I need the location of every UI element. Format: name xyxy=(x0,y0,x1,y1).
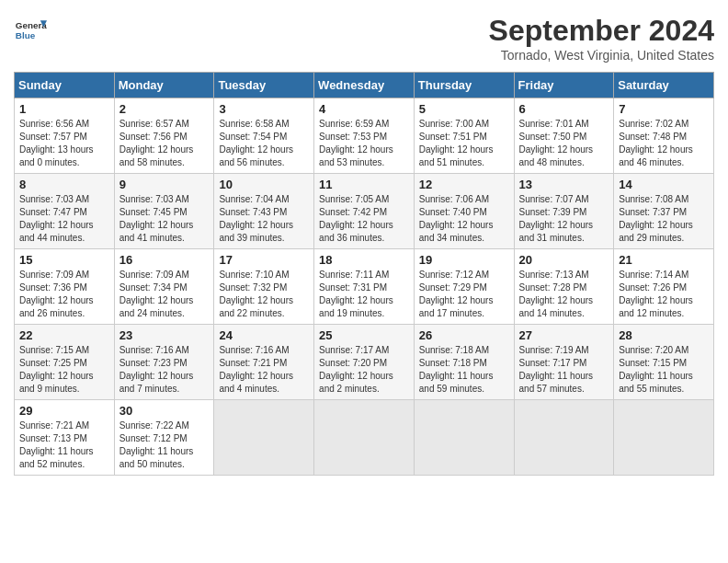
calendar-cell: 27Sunrise: 7:19 AM Sunset: 7:17 PM Dayli… xyxy=(514,325,614,400)
day-info: Sunrise: 7:13 AM Sunset: 7:28 PM Dayligh… xyxy=(519,269,609,320)
day-info: Sunrise: 7:09 AM Sunset: 7:36 PM Dayligh… xyxy=(19,269,109,320)
calendar-table: SundayMondayTuesdayWednesdayThursdayFrid… xyxy=(14,72,714,476)
day-info: Sunrise: 7:03 AM Sunset: 7:45 PM Dayligh… xyxy=(119,193,210,245)
calendar-cell: 1Sunrise: 6:56 AM Sunset: 7:57 PM Daylig… xyxy=(15,98,115,174)
day-number: 9 xyxy=(119,178,210,191)
weekday-header: Saturday xyxy=(614,73,714,98)
day-number: 5 xyxy=(419,102,509,116)
day-info: Sunrise: 7:17 AM Sunset: 7:20 PM Dayligh… xyxy=(319,344,409,396)
day-info: Sunrise: 7:09 AM Sunset: 7:34 PM Dayligh… xyxy=(119,269,210,320)
calendar-cell: 17Sunrise: 7:10 AM Sunset: 7:32 PM Dayli… xyxy=(214,249,314,325)
weekday-header: Tuesday xyxy=(214,73,314,98)
day-number: 30 xyxy=(119,404,210,418)
day-info: Sunrise: 7:00 AM Sunset: 7:51 PM Dayligh… xyxy=(419,118,509,169)
day-info: Sunrise: 7:07 AM Sunset: 7:39 PM Dayligh… xyxy=(519,193,609,245)
calendar-cell xyxy=(614,400,714,476)
location: Tornado, West Virginia, United States xyxy=(489,48,714,63)
day-info: Sunrise: 7:19 AM Sunset: 7:17 PM Dayligh… xyxy=(519,344,609,396)
calendar-cell: 5Sunrise: 7:00 AM Sunset: 7:51 PM Daylig… xyxy=(414,98,514,174)
calendar-cell: 23Sunrise: 7:16 AM Sunset: 7:23 PM Dayli… xyxy=(114,325,214,400)
calendar-week-row: 1Sunrise: 6:56 AM Sunset: 7:57 PM Daylig… xyxy=(15,98,714,174)
calendar-week-row: 29Sunrise: 7:21 AM Sunset: 7:13 PM Dayli… xyxy=(15,400,714,476)
day-number: 13 xyxy=(519,178,609,191)
calendar-cell: 26Sunrise: 7:18 AM Sunset: 7:18 PM Dayli… xyxy=(414,325,514,400)
day-number: 19 xyxy=(419,253,509,267)
calendar-week-row: 22Sunrise: 7:15 AM Sunset: 7:25 PM Dayli… xyxy=(15,325,714,400)
calendar-cell: 30Sunrise: 7:22 AM Sunset: 7:12 PM Dayli… xyxy=(114,400,214,476)
calendar-cell xyxy=(414,400,514,476)
month-title: September 2024 xyxy=(489,14,714,48)
calendar-cell: 14Sunrise: 7:08 AM Sunset: 7:37 PM Dayli… xyxy=(614,174,714,249)
calendar-cell: 8Sunrise: 7:03 AM Sunset: 7:47 PM Daylig… xyxy=(15,174,115,249)
calendar-cell: 29Sunrise: 7:21 AM Sunset: 7:13 PM Dayli… xyxy=(15,400,115,476)
day-info: Sunrise: 6:57 AM Sunset: 7:56 PM Dayligh… xyxy=(119,118,210,169)
day-number: 6 xyxy=(519,102,609,116)
calendar-cell: 21Sunrise: 7:14 AM Sunset: 7:26 PM Dayli… xyxy=(614,249,714,325)
weekday-header: Monday xyxy=(114,73,214,98)
weekday-header: Wednesday xyxy=(314,73,415,98)
day-info: Sunrise: 7:14 AM Sunset: 7:26 PM Dayligh… xyxy=(619,269,709,320)
calendar-cell: 19Sunrise: 7:12 AM Sunset: 7:29 PM Dayli… xyxy=(414,249,514,325)
calendar-cell: 9Sunrise: 7:03 AM Sunset: 7:45 PM Daylig… xyxy=(114,174,214,249)
day-info: Sunrise: 7:01 AM Sunset: 7:50 PM Dayligh… xyxy=(519,118,609,169)
svg-text:Blue: Blue xyxy=(16,30,36,40)
day-number: 29 xyxy=(19,404,109,418)
calendar-cell: 28Sunrise: 7:20 AM Sunset: 7:15 PM Dayli… xyxy=(614,325,714,400)
day-info: Sunrise: 7:12 AM Sunset: 7:29 PM Dayligh… xyxy=(419,269,509,320)
day-info: Sunrise: 7:18 AM Sunset: 7:18 PM Dayligh… xyxy=(419,344,509,396)
day-number: 28 xyxy=(619,328,709,342)
day-info: Sunrise: 6:58 AM Sunset: 7:54 PM Dayligh… xyxy=(219,118,309,169)
calendar-header-row: SundayMondayTuesdayWednesdayThursdayFrid… xyxy=(15,73,714,98)
day-number: 27 xyxy=(519,328,609,342)
day-number: 26 xyxy=(419,328,509,342)
day-info: Sunrise: 7:22 AM Sunset: 7:12 PM Dayligh… xyxy=(119,419,210,471)
day-number: 20 xyxy=(519,253,609,267)
calendar-cell: 3Sunrise: 6:58 AM Sunset: 7:54 PM Daylig… xyxy=(214,98,314,174)
calendar-cell: 18Sunrise: 7:11 AM Sunset: 7:31 PM Dayli… xyxy=(314,249,415,325)
logo: General Blue xyxy=(14,14,47,47)
day-number: 11 xyxy=(319,178,409,191)
day-info: Sunrise: 7:08 AM Sunset: 7:37 PM Dayligh… xyxy=(619,193,709,245)
calendar-cell: 24Sunrise: 7:16 AM Sunset: 7:21 PM Dayli… xyxy=(214,325,314,400)
calendar-cell: 11Sunrise: 7:05 AM Sunset: 7:42 PM Dayli… xyxy=(314,174,415,249)
day-info: Sunrise: 6:59 AM Sunset: 7:53 PM Dayligh… xyxy=(319,118,409,169)
logo-icon: General Blue xyxy=(14,14,47,47)
calendar-cell: 15Sunrise: 7:09 AM Sunset: 7:36 PM Dayli… xyxy=(15,249,115,325)
day-number: 16 xyxy=(119,253,210,267)
page-header: General Blue September 2024 Tornado, Wes… xyxy=(14,14,714,63)
day-number: 17 xyxy=(219,253,309,267)
day-number: 1 xyxy=(19,102,109,116)
title-block: September 2024 Tornado, West Virginia, U… xyxy=(489,14,714,63)
day-info: Sunrise: 7:04 AM Sunset: 7:43 PM Dayligh… xyxy=(219,193,309,245)
calendar-cell: 16Sunrise: 7:09 AM Sunset: 7:34 PM Dayli… xyxy=(114,249,214,325)
day-info: Sunrise: 7:05 AM Sunset: 7:42 PM Dayligh… xyxy=(319,193,409,245)
calendar-week-row: 8Sunrise: 7:03 AM Sunset: 7:47 PM Daylig… xyxy=(15,174,714,249)
day-number: 25 xyxy=(319,328,409,342)
day-number: 4 xyxy=(319,102,409,116)
day-number: 22 xyxy=(19,328,109,342)
calendar-cell: 10Sunrise: 7:04 AM Sunset: 7:43 PM Dayli… xyxy=(214,174,314,249)
day-number: 14 xyxy=(619,178,709,191)
day-number: 23 xyxy=(119,328,210,342)
weekday-header: Thursday xyxy=(414,73,514,98)
calendar-cell: 12Sunrise: 7:06 AM Sunset: 7:40 PM Dayli… xyxy=(414,174,514,249)
calendar-cell: 20Sunrise: 7:13 AM Sunset: 7:28 PM Dayli… xyxy=(514,249,614,325)
calendar-cell: 22Sunrise: 7:15 AM Sunset: 7:25 PM Dayli… xyxy=(15,325,115,400)
calendar-cell: 7Sunrise: 7:02 AM Sunset: 7:48 PM Daylig… xyxy=(614,98,714,174)
calendar-cell: 13Sunrise: 7:07 AM Sunset: 7:39 PM Dayli… xyxy=(514,174,614,249)
day-info: Sunrise: 7:20 AM Sunset: 7:15 PM Dayligh… xyxy=(619,344,709,396)
day-info: Sunrise: 7:11 AM Sunset: 7:31 PM Dayligh… xyxy=(319,269,409,320)
day-number: 10 xyxy=(219,178,309,191)
day-number: 7 xyxy=(619,102,709,116)
day-number: 8 xyxy=(19,178,109,191)
calendar-cell: 6Sunrise: 7:01 AM Sunset: 7:50 PM Daylig… xyxy=(514,98,614,174)
day-info: Sunrise: 7:06 AM Sunset: 7:40 PM Dayligh… xyxy=(419,193,509,245)
calendar-cell xyxy=(514,400,614,476)
day-number: 24 xyxy=(219,328,309,342)
day-info: Sunrise: 7:03 AM Sunset: 7:47 PM Dayligh… xyxy=(19,193,109,245)
day-info: Sunrise: 6:56 AM Sunset: 7:57 PM Dayligh… xyxy=(19,118,109,169)
day-number: 18 xyxy=(319,253,409,267)
day-info: Sunrise: 7:02 AM Sunset: 7:48 PM Dayligh… xyxy=(619,118,709,169)
calendar-cell: 4Sunrise: 6:59 AM Sunset: 7:53 PM Daylig… xyxy=(314,98,415,174)
calendar-cell xyxy=(214,400,314,476)
